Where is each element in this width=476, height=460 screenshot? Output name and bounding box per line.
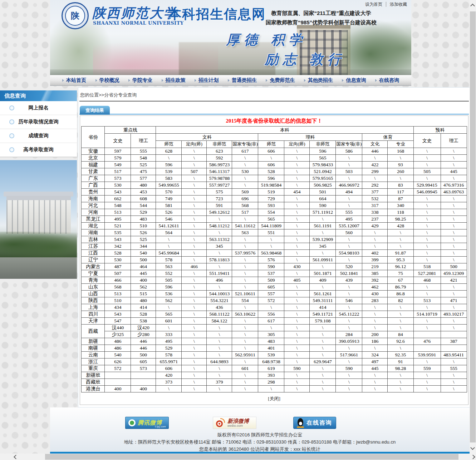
sina-weibo-label: 新浪微博 bbox=[227, 418, 249, 424]
score-cell: \ bbox=[388, 318, 413, 325]
nav-item[interactable]: 学院专业 bbox=[128, 77, 152, 84]
score-cell: \ bbox=[336, 202, 362, 209]
score-cell: 466 bbox=[182, 263, 207, 270]
score-cell: \ bbox=[336, 345, 362, 352]
score-cell bbox=[131, 372, 156, 379]
score-cell: 696 bbox=[232, 196, 258, 202]
score-cell: 549.31111 bbox=[310, 297, 336, 304]
nav-item[interactable]: 本站首页 bbox=[62, 77, 86, 84]
score-cell: 305 bbox=[258, 331, 284, 338]
online-consult-badge[interactable]: 在线咨询 bbox=[293, 417, 336, 429]
score-cell: 515 bbox=[131, 291, 156, 297]
score-cell: \ bbox=[362, 229, 388, 236]
score-cell: \ bbox=[182, 284, 207, 291]
sidebar-item[interactable]: 网上报名 bbox=[0, 101, 77, 115]
province-cell: 重庆 bbox=[82, 365, 105, 372]
sina-weibo-badge[interactable]: 新浪微博 weibo.com bbox=[213, 417, 256, 429]
nav-arrow-icon bbox=[95, 79, 97, 82]
score-cell: 546.11317 bbox=[207, 168, 232, 175]
bullet-circle-icon bbox=[9, 147, 14, 152]
photo-road bbox=[0, 257, 77, 279]
nav-item[interactable]: 招生政策 bbox=[162, 77, 186, 84]
score-cell: \ bbox=[336, 162, 362, 168]
score-cell: 117 bbox=[388, 189, 413, 196]
score-cell: \ bbox=[441, 358, 467, 365]
nav-item[interactable]: 普通类招生 bbox=[228, 77, 257, 84]
close-link[interactable]: [关闭] bbox=[80, 396, 468, 402]
nav-item[interactable]: 免费师范生 bbox=[266, 77, 295, 84]
score-cell: 552 bbox=[156, 270, 182, 277]
province-cell: 吉林 bbox=[82, 236, 105, 243]
nav-item[interactable]: 学校概况 bbox=[95, 77, 119, 84]
score-cell: 500 bbox=[441, 263, 467, 270]
score-cell: \ bbox=[388, 243, 413, 250]
province-cell: 河南 bbox=[82, 209, 105, 216]
score-cell: \ bbox=[182, 155, 207, 162]
table-row: 宁夏507445552\551.19411\537\501.1871502.18… bbox=[82, 270, 467, 277]
score-cell: \ bbox=[284, 291, 310, 297]
score-cell: 510 bbox=[105, 297, 131, 304]
nav-item[interactable]: 招生计划 bbox=[195, 77, 219, 84]
score-cell: \ bbox=[182, 189, 207, 196]
nav-arrow-icon bbox=[128, 79, 130, 82]
motto-line-2: 励志 敦行 bbox=[265, 50, 345, 69]
score-cell: 91.87 bbox=[388, 250, 413, 257]
score-cell: 529 bbox=[131, 209, 156, 216]
score-cell: \ bbox=[232, 358, 258, 365]
nav-item[interactable]: 信息查询 bbox=[342, 77, 366, 84]
score-cell: \ bbox=[182, 277, 207, 284]
vertical-scrollbar[interactable] bbox=[470, 0, 476, 454]
score-cell: \ bbox=[258, 155, 284, 162]
score-cell: \ bbox=[362, 379, 388, 386]
score-cell: 729 bbox=[258, 196, 284, 202]
column-header: 理工 bbox=[131, 134, 156, 148]
score-cell: \ bbox=[207, 229, 232, 236]
scroll-up-icon[interactable] bbox=[470, 4, 475, 8]
score-cell: \ bbox=[182, 148, 207, 155]
vertical-scrollbar-thumb[interactable] bbox=[470, 11, 476, 442]
tab-query-result[interactable]: 查询结果 bbox=[80, 106, 110, 115]
score-cell: \ bbox=[441, 175, 467, 182]
nav-item[interactable]: 在线咨询 bbox=[375, 77, 399, 84]
score-cell: \ bbox=[232, 236, 258, 243]
score-cell: 344 bbox=[131, 243, 156, 250]
score-cell: 525 bbox=[131, 162, 156, 168]
score-cell: \ bbox=[232, 175, 258, 182]
score-cell: 445 bbox=[362, 365, 388, 372]
score-cell: \ bbox=[284, 209, 310, 216]
score-cell: \ bbox=[441, 202, 467, 209]
tencent-weibo-badge[interactable]: 腾讯微博 t.qq.com bbox=[125, 417, 169, 429]
navbar: 本站首页学校概况学院专业招生政策招生计划普通类招生免费师范生其他类招生信息查询在… bbox=[50, 75, 411, 86]
add-favorite-link[interactable]: 添加收藏 bbox=[386, 2, 407, 7]
horizontal-scrollbar-thumb[interactable] bbox=[45, 454, 458, 460]
score-cell: \ bbox=[284, 257, 310, 263]
photo-building bbox=[6, 196, 71, 234]
sidebar-item[interactable]: 高考录取查询 bbox=[0, 143, 77, 157]
scroll-left-icon[interactable] bbox=[14, 455, 18, 459]
horizontal-scrollbar[interactable] bbox=[0, 454, 476, 460]
score-cell: 546 bbox=[336, 297, 362, 304]
set-homepage-link[interactable]: 设为首页 bbox=[365, 2, 382, 7]
score-cell: \ bbox=[441, 325, 467, 331]
score-cell: 502.1841 bbox=[336, 270, 362, 277]
score-cell: 606 bbox=[258, 162, 284, 168]
score-cell: 86.79 bbox=[388, 284, 413, 291]
score-cell: 563.98468 bbox=[258, 250, 284, 257]
province-cell: 港澳台 bbox=[82, 386, 105, 392]
score-cell: \ bbox=[441, 372, 467, 379]
score-cell: \ bbox=[413, 386, 441, 392]
score-cell: 527.2081 bbox=[413, 270, 441, 277]
score-cell: 517.9661 bbox=[336, 352, 362, 358]
sidebar-item[interactable]: 历年录取情况查询 bbox=[0, 115, 77, 129]
score-cell: \ bbox=[284, 284, 310, 291]
score-cell: 494 bbox=[336, 189, 362, 196]
score-cell: 576 bbox=[258, 257, 284, 263]
sidebar-item[interactable]: 成绩查询 bbox=[0, 129, 77, 143]
score-cell: 400 bbox=[131, 277, 156, 284]
score-cell: \ bbox=[441, 216, 467, 223]
nav-item[interactable]: 其他类招生 bbox=[304, 77, 333, 84]
page: 陕 陕西师范大学 SHAANXI NORMAL UNIVERSITY 本科招生信… bbox=[0, 0, 476, 460]
scroll-right-icon[interactable] bbox=[471, 455, 475, 459]
score-cell: 385 bbox=[362, 270, 388, 277]
scroll-down-icon[interactable] bbox=[470, 445, 475, 450]
